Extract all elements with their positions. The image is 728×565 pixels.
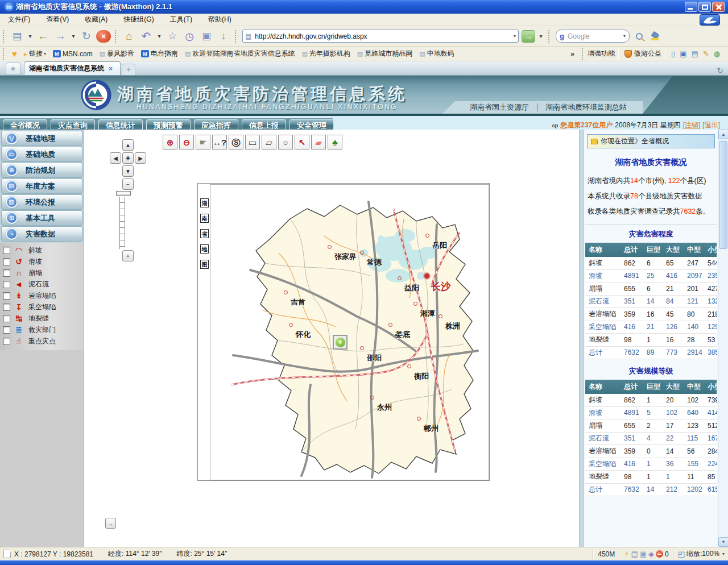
toolbar-grip[interactable] xyxy=(582,48,585,60)
toolbar-grip[interactable] xyxy=(548,30,551,43)
nav-tab[interactable]: 信息上报 xyxy=(242,119,286,131)
sidebar-section[interactable]: ◔灾害数据 xyxy=(1,226,82,242)
full-extent-tool[interactable]: ♣ xyxy=(328,135,342,149)
nav-tab[interactable]: 安全管理 xyxy=(289,119,334,131)
links-bar-item[interactable]: ▸链接▾ xyxy=(24,49,46,59)
close-button[interactable] xyxy=(712,2,725,12)
links-bar-item[interactable]: ▤欢迎登陆湖南省地质灾害信息系统 xyxy=(185,49,295,59)
zoom-dropdown-icon[interactable]: ▾ xyxy=(722,551,725,556)
favorites-star-icon[interactable]: ★ xyxy=(6,63,20,75)
toolbar-grip[interactable] xyxy=(235,30,238,43)
pan-tool[interactable]: ☛ xyxy=(196,135,210,149)
home-button[interactable]: ⌂ xyxy=(122,29,136,44)
menu-item[interactable]: 快捷组(G) xyxy=(115,14,162,26)
exit-link[interactable]: [退出] xyxy=(702,121,720,130)
sidebar-section[interactable]: ⊕防治规划 xyxy=(1,163,82,178)
map-zoom-overlay-button[interactable]: + xyxy=(333,335,348,350)
new-tab-button[interactable]: + xyxy=(122,64,135,75)
toolbar-grip[interactable] xyxy=(115,30,118,43)
popup-window-icon[interactable]: ▣ xyxy=(640,550,647,558)
favorites-heart-icon[interactable]: ♥ xyxy=(12,49,17,59)
note-icon[interactable]: ▤ xyxy=(691,49,698,58)
proxy-icon[interactable]: ▯ xyxy=(671,49,675,58)
pan-up-button[interactable]: ▲ xyxy=(122,139,134,151)
nav-tab[interactable]: 信息统计 xyxy=(98,119,143,131)
links-bar-item[interactable]: ▤中地数码 xyxy=(419,49,454,59)
zoom-out-slider-button[interactable]: − xyxy=(122,178,134,190)
download-button[interactable]: ↓ xyxy=(216,29,231,44)
links-bar-item[interactable]: MMSN.com xyxy=(53,49,93,59)
sidebar-section[interactable]: ▭基础地质 xyxy=(1,147,82,162)
layer-checkbox[interactable] xyxy=(3,269,10,277)
pan-center-button[interactable]: ✚ xyxy=(122,152,134,164)
notes-icon[interactable]: ◈ xyxy=(648,550,654,558)
tab-close-icon[interactable]: × xyxy=(109,65,113,73)
menu-item[interactable]: 收藏(A) xyxy=(77,14,115,26)
refresh-button[interactable]: ↻ xyxy=(79,29,94,44)
zoom-in-tool[interactable]: ⊕ xyxy=(163,135,177,149)
links-bar-item[interactable]: ▤光年摄影机构 xyxy=(301,49,350,59)
menu-item[interactable]: 查看(V) xyxy=(38,14,77,26)
url-dropdown-icon[interactable]: ▾ xyxy=(514,34,516,39)
popup-blocker-icon[interactable] xyxy=(656,550,663,558)
go-dropdown[interactable]: ▾ xyxy=(537,29,544,44)
rect-select-tool[interactable]: ▭ xyxy=(245,135,260,149)
window-mode-button[interactable]: ▣ xyxy=(199,29,214,44)
polygon-select-tool[interactable]: ▱ xyxy=(262,135,276,149)
links-bar-item[interactable]: ▤暴风影音 xyxy=(100,49,134,59)
map-step-right-button[interactable]: → xyxy=(105,518,116,529)
history-clock-button[interactable]: ◷ xyxy=(182,29,197,44)
scrollbar-thumb[interactable] xyxy=(719,141,727,249)
pen-icon[interactable]: ✎ xyxy=(703,49,709,58)
resize-icon[interactable]: ◰ xyxy=(678,550,685,558)
circle-select-tool[interactable]: ○ xyxy=(278,135,293,149)
new-page-dropdown[interactable]: ▾ xyxy=(27,29,34,44)
history-dropdown[interactable]: ▾ xyxy=(70,29,77,44)
sidebar-section[interactable]: ⋁基础地理 xyxy=(1,131,82,146)
eraser-tool[interactable]: ▰ xyxy=(311,135,326,149)
pan-right-button[interactable]: ▶ xyxy=(135,152,146,164)
nav-tab[interactable]: 应急指挥 xyxy=(194,119,238,131)
layer-checkbox[interactable] xyxy=(3,281,10,288)
panel-scrollbar[interactable]: ▲ ▼ xyxy=(718,130,728,547)
layer-checkbox[interactable] xyxy=(3,338,10,345)
zoom-in-slider-button[interactable]: + xyxy=(122,250,134,261)
layer-checkbox[interactable] xyxy=(3,258,10,265)
scroll-up-icon[interactable]: ▲ xyxy=(718,130,728,139)
layer-checkbox[interactable] xyxy=(3,292,10,300)
search-icon[interactable] xyxy=(636,33,643,40)
tab-active[interactable]: 湖南省地质灾害信息系统 × xyxy=(24,61,121,75)
layer-checkbox[interactable] xyxy=(3,315,10,322)
enhance-link[interactable]: 增强功能 xyxy=(588,49,615,59)
search-dropdown-icon[interactable]: ▾ xyxy=(623,34,626,39)
url-input[interactable] xyxy=(254,32,512,41)
new-page-button[interactable]: ▤ xyxy=(10,29,24,44)
sidebar-section[interactable]: ▤年度方案 xyxy=(1,178,82,194)
search-input[interactable] xyxy=(566,32,622,41)
layer-checkbox[interactable] xyxy=(3,304,10,311)
measure-tool[interactable]: ↔? xyxy=(212,135,227,149)
globe-icon[interactable]: ◍ xyxy=(714,49,720,58)
layer-checkbox[interactable] xyxy=(3,247,10,254)
pan-down-button[interactable]: ▼ xyxy=(122,165,134,177)
go-button[interactable]: → xyxy=(522,30,535,43)
layer-checkbox[interactable] xyxy=(3,326,10,334)
tab-list-refresh-icon[interactable]: ↻ xyxy=(717,66,723,75)
undo-dropdown[interactable]: ▾ xyxy=(156,29,163,44)
scale-tool[interactable]: Ⓢ xyxy=(229,135,243,149)
menu-item[interactable]: 工具(T) xyxy=(162,14,200,26)
zoom-slider-thumb[interactable] xyxy=(116,191,131,196)
nav-tab[interactable]: 预测预警 xyxy=(146,119,191,131)
nav-tab[interactable]: 灾点查询 xyxy=(51,119,95,131)
minimize-button[interactable] xyxy=(685,2,697,12)
menu-item[interactable]: 帮助(H) xyxy=(200,14,239,26)
highlighter-icon[interactable] xyxy=(651,32,660,40)
point-select-tool[interactable]: ↖ xyxy=(295,135,309,149)
map-canvas[interactable]: 张家界常德岳阳益阳长沙吉首湘潭株洲怀化娄底邵阳衡阳永州郴州 xyxy=(210,184,489,480)
sidebar-section[interactable]: ▥环境公报 xyxy=(1,194,82,210)
logout-link[interactable]: [注销] xyxy=(683,121,701,130)
maxthon-logo[interactable] xyxy=(700,14,720,26)
back-button[interactable]: ← xyxy=(36,29,51,44)
zoom-out-tool[interactable]: ⊖ xyxy=(179,135,194,149)
links-bar-item[interactable]: M电台指南 xyxy=(141,49,178,59)
